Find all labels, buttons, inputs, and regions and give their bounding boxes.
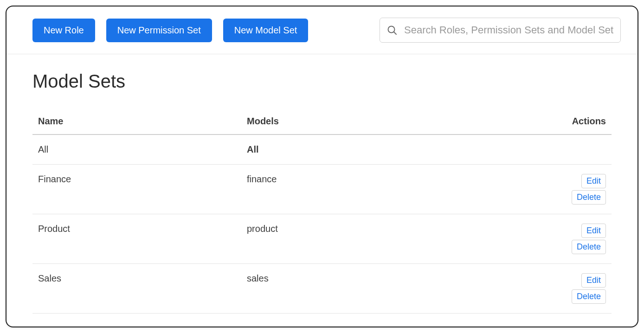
edit-button[interactable]: Edit xyxy=(581,224,606,238)
search-icon xyxy=(386,25,398,36)
cell-name: Finance xyxy=(38,174,247,185)
new-role-button[interactable]: New Role xyxy=(32,19,95,42)
app-window: New Role New Permission Set New Model Se… xyxy=(6,6,638,327)
cell-actions: EditDelete xyxy=(541,224,606,254)
table-row: ProductproductEditDelete xyxy=(32,214,612,264)
delete-button[interactable]: Delete xyxy=(572,240,606,254)
model-sets-table: Name Models Actions AllAllFinancefinance… xyxy=(32,109,612,314)
cell-actions: EditDelete xyxy=(541,273,606,304)
cell-models: finance xyxy=(247,174,541,185)
column-header-name: Name xyxy=(38,116,247,127)
cell-name: Sales xyxy=(38,273,247,284)
table-row: AllAll xyxy=(32,135,612,165)
search-container xyxy=(380,18,621,43)
page-title: Model Sets xyxy=(32,71,612,92)
cell-name: Product xyxy=(38,224,247,234)
cell-actions: EditDelete xyxy=(541,174,606,205)
content-area: Model Sets Name Models Actions AllAllFin… xyxy=(6,54,638,327)
edit-button[interactable]: Edit xyxy=(581,273,606,288)
cell-name: All xyxy=(38,144,247,155)
table-row: SalessalesEditDelete xyxy=(32,264,612,314)
table-body: AllAllFinancefinanceEditDeleteProductpro… xyxy=(32,135,612,314)
cell-models: sales xyxy=(247,273,541,284)
column-header-actions: Actions xyxy=(541,116,606,127)
table-row: FinancefinanceEditDelete xyxy=(32,165,612,214)
delete-button[interactable]: Delete xyxy=(572,190,606,205)
new-permission-set-button[interactable]: New Permission Set xyxy=(106,19,212,42)
delete-button[interactable]: Delete xyxy=(572,289,606,304)
search-input[interactable] xyxy=(404,24,614,36)
svg-line-1 xyxy=(394,32,396,34)
edit-button[interactable]: Edit xyxy=(581,174,606,188)
column-header-models: Models xyxy=(247,116,541,127)
cell-models: product xyxy=(247,224,541,234)
toolbar: New Role New Permission Set New Model Se… xyxy=(6,6,638,54)
table-header: Name Models Actions xyxy=(32,109,612,135)
cell-models: All xyxy=(247,144,541,155)
new-model-set-button[interactable]: New Model Set xyxy=(223,19,309,42)
